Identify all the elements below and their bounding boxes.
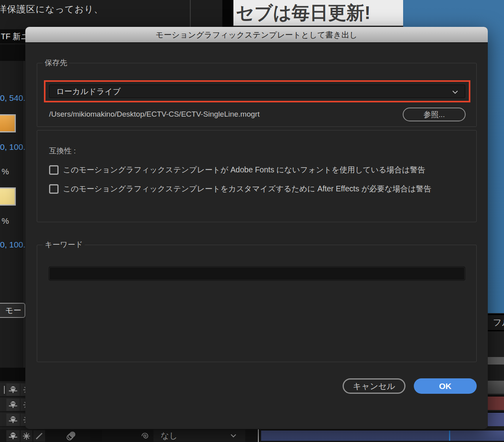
timeline-bottom-row: なし (0, 429, 504, 442)
dialog-title-bar[interactable]: モーショングラフィックステンプレートとして書き出し (25, 27, 488, 43)
percent-label: % (2, 216, 9, 226)
ok-button[interactable]: OK (414, 378, 477, 394)
dialog-title: モーショングラフィックステンプレートとして書き出し (156, 30, 358, 39)
preview-banner: セブは毎日更新! (233, 0, 403, 26)
panel-strip (488, 331, 504, 357)
layer-switch-row (0, 413, 25, 427)
shy-icon[interactable] (6, 399, 20, 411)
font-warning-checkbox[interactable] (49, 165, 59, 175)
font-warning-row: このモーショングラフィックステンプレートが Adobe Fonts にないフォン… (49, 164, 425, 175)
panel-gap (222, 0, 233, 27)
ae-required-warning-checkbox[interactable] (49, 184, 59, 194)
color-swatch-orange[interactable] (0, 114, 16, 132)
parent-select-value: なし (161, 431, 178, 440)
panel-strip (488, 357, 504, 365)
motion-blur-icon[interactable] (63, 430, 79, 442)
compatibility-group: 互換性 : このモーショングラフィックステンプレートが Adobe Fonts … (37, 130, 477, 222)
destination-group: 保存先 ローカルドライブ /Users/mikiomakino/Desktop/… (37, 58, 477, 127)
ae-required-warning-row: このモーショングラフィックステンプレートをカスタマイズするために After E… (49, 183, 431, 194)
layer-switch-row (0, 398, 25, 412)
empty-switch-cell[interactable] (90, 430, 102, 442)
app-screen: 洋保護区になっており、 セブは毎日更新! TF 新ニ 0, 540.0 0, 1… (0, 0, 504, 442)
export-motion-graphics-template-dialog: モーショングラフィックステンプレートとして書き出し 保存先 ローカルドライブ /… (25, 27, 488, 429)
cancel-button[interactable]: キャンセル (343, 378, 405, 394)
full-quality-fragment[interactable]: フル (488, 314, 504, 331)
parent-select[interactable]: なし (153, 430, 245, 442)
browse-button[interactable]: 参照... (403, 108, 466, 121)
composition-caption-text: 洋保護区になっており、 (0, 3, 103, 15)
shy-icon[interactable] (6, 430, 20, 442)
column-divider (24, 61, 25, 369)
timeline-row-strip (0, 44, 25, 61)
timeline-work-area-bar[interactable] (261, 431, 504, 441)
panel-strip (488, 381, 504, 394)
destination-select-value: ローカルドライブ (56, 87, 121, 96)
quality-switch-icon[interactable] (33, 430, 45, 442)
percent-label: % (2, 167, 9, 176)
parent-pick-whip-icon[interactable] (139, 430, 152, 442)
collapse-transformations-icon[interactable] (21, 399, 25, 411)
chevron-down-icon (230, 434, 237, 438)
keywords-group: キーワード (37, 240, 477, 362)
destination-legend: 保存先 (43, 58, 69, 68)
keywords-legend: キーワード (43, 240, 85, 250)
chevron-down-icon (452, 90, 459, 94)
collapse-transformations-icon[interactable] (21, 383, 25, 396)
shy-icon[interactable] (6, 383, 20, 396)
font-warning-label: このモーショングラフィックステンプレートが Adobe Fonts にないフォン… (63, 164, 425, 175)
timeline-header-strip (0, 368, 25, 381)
font-name-fragment: TF 新ニ (0, 29, 25, 43)
preview-banner-text: セブは毎日更新! (233, 0, 403, 25)
collapse-transformations-icon[interactable] (21, 414, 25, 426)
timeline-split-handle[interactable] (258, 429, 259, 442)
motion-button-fragment[interactable]: モー (0, 303, 25, 318)
keywords-input[interactable] (49, 267, 465, 280)
ae-required-warning-label: このモーショングラフィックステンプレートをカスタマイズするために After E… (63, 183, 431, 194)
panel-divider (190, 0, 191, 27)
playhead-line[interactable] (449, 431, 450, 441)
color-swatch-yellow[interactable] (0, 187, 16, 206)
destination-select[interactable]: ローカルドライブ (49, 85, 465, 98)
destination-path: /Users/mikiomakino/Desktop/ECTV-CS/ECTV-… (49, 110, 260, 119)
collapse-transformations-icon[interactable] (21, 430, 32, 442)
compatibility-label: 互換性 : (49, 146, 76, 156)
layer-switch-row (0, 383, 25, 397)
panel-strip (488, 365, 504, 381)
layer-color-strip-red (488, 395, 504, 410)
shy-icon[interactable] (6, 414, 20, 426)
label-color-tick (4, 386, 5, 394)
layer-color-strip-indigo (488, 412, 504, 426)
